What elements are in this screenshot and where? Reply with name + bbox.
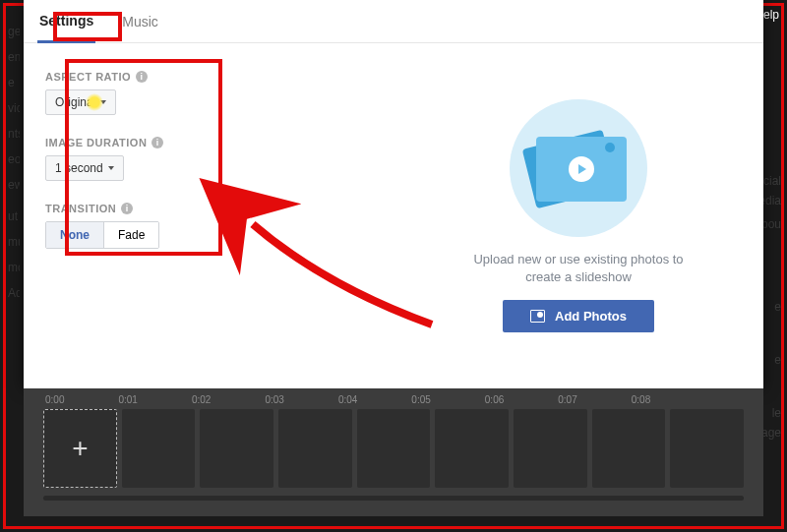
timeline-slot[interactable] <box>670 409 744 488</box>
photo-plus-icon <box>530 310 545 323</box>
tab-bar: Settings Music <box>24 0 763 43</box>
timeline-slot[interactable] <box>592 409 666 488</box>
tab-settings[interactable]: Settings <box>37 1 95 43</box>
timeline-add-slot[interactable]: + <box>43 409 117 488</box>
slideshow-modal: Settings Music ASPECT RATIO i Original I… <box>24 0 763 388</box>
timeline-labels: 0:00 0:01 0:02 0:03 0:04 0:05 0:06 0:07 … <box>24 388 763 407</box>
timeline-slot[interactable] <box>357 409 431 488</box>
timeline-slot[interactable] <box>278 409 352 488</box>
timeline: 0:00 0:01 0:02 0:03 0:04 0:05 0:06 0:07 … <box>24 388 763 516</box>
upload-panel: Upload new or use existing photos to cre… <box>394 43 763 388</box>
slideshow-placeholder-graphic <box>505 99 652 237</box>
timeline-slot[interactable] <box>435 409 509 488</box>
timeline-scrollbar[interactable] <box>43 496 744 501</box>
timeline-slot[interactable] <box>200 409 273 488</box>
upload-help-text: Upload new or use existing photos to cre… <box>455 251 701 286</box>
add-photos-button[interactable]: Add Photos <box>503 300 654 332</box>
timeline-slot[interactable] <box>122 409 196 488</box>
play-icon <box>569 156 594 182</box>
timeline-slots: + <box>24 407 763 490</box>
annotation-settings-highlight <box>65 59 222 256</box>
background-truncated-left: ge enn e vices nts eos ewo ut mun motio … <box>8 22 20 376</box>
tab-music[interactable]: Music <box>120 2 160 41</box>
timeline-slot[interactable] <box>514 409 587 488</box>
